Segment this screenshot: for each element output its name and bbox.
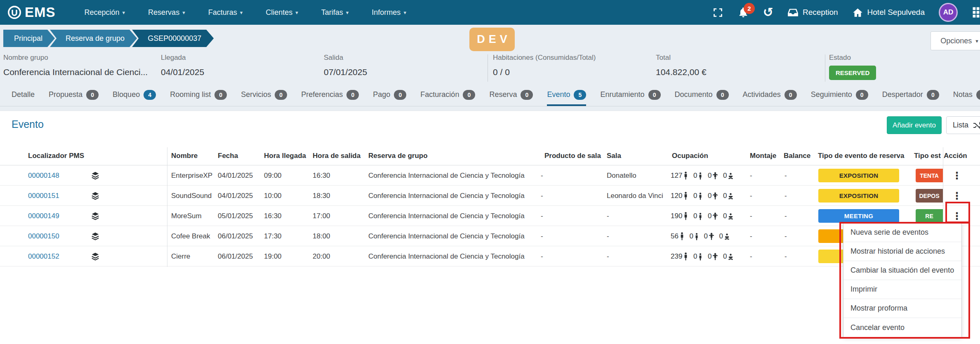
tab-detalle[interactable]: Detalle xyxy=(12,87,35,106)
breadcrumb-item-1[interactable]: Reserva de grupo xyxy=(50,30,137,47)
babies-icon xyxy=(728,252,734,261)
room-name: - xyxy=(607,206,669,226)
balance-value: - xyxy=(784,226,787,246)
tab-bloqueo[interactable]: Bloqueo4 xyxy=(113,87,156,106)
babies-icon xyxy=(724,232,730,240)
context-menu-item-4[interactable]: Imprimir xyxy=(843,280,961,299)
setup-value: - xyxy=(750,206,752,226)
options-button[interactable]: Opciones ▾ xyxy=(931,31,980,50)
tab-rooming-list[interactable]: Rooming list0 xyxy=(170,87,227,106)
history-icon[interactable]: ↺ xyxy=(763,6,773,19)
fullscreen-icon[interactable] xyxy=(712,7,723,18)
context-menu-item-2[interactable]: Mostrar historial de acciones xyxy=(843,242,961,261)
tab-facturación[interactable]: Facturación0 xyxy=(420,87,475,106)
info-label: Llegada xyxy=(161,54,204,62)
tab-documento[interactable]: Documento0 xyxy=(675,87,729,106)
tab-preferencias[interactable]: Preferencias0 xyxy=(301,87,359,106)
menu-recepción[interactable]: Recepción▾ xyxy=(85,8,125,17)
workstation-selector[interactable]: Reception xyxy=(787,7,838,18)
occupancy-cell: 120000 xyxy=(671,186,745,206)
info-value: 04/01/2025 xyxy=(161,67,204,77)
tab-count-badge: 0 xyxy=(275,90,287,100)
info-value: Conferencia Internacional de Cienci... xyxy=(3,67,148,77)
layers-icon xyxy=(91,232,100,241)
breadcrumb-item-2[interactable]: GSEP00000037 xyxy=(132,30,214,47)
tab-despertador[interactable]: Despertador0 xyxy=(882,87,939,106)
children-icon xyxy=(709,232,714,240)
tab-label: Propuesta xyxy=(49,90,82,99)
event-name: Cofee Break xyxy=(171,226,216,246)
menu-label: Facturas xyxy=(208,8,237,17)
tab-notas[interactable]: Notas0 xyxy=(953,87,980,106)
breadcrumb-item-0[interactable]: Principal xyxy=(3,30,55,47)
children-icon xyxy=(712,172,718,180)
babies-icon xyxy=(728,212,734,220)
context-menu-item-3[interactable]: Cambiar la situación del evento xyxy=(843,261,961,280)
column-header-7: Sala xyxy=(607,152,621,160)
app-logo[interactable]: EMS xyxy=(7,5,56,20)
event-date: 04/01/2025 xyxy=(218,186,253,206)
chevron-down-icon: ▾ xyxy=(122,9,125,16)
tab-propuesta[interactable]: Propuesta0 xyxy=(49,87,99,106)
menu-informes[interactable]: Informes▾ xyxy=(372,8,406,17)
tab-pago[interactable]: Pago0 xyxy=(373,87,406,106)
tab-reserva[interactable]: Reserva0 xyxy=(489,87,533,106)
kebab-menu-icon[interactable]: ⋮ xyxy=(952,211,962,221)
juniors-icon xyxy=(694,232,699,240)
evento-card: Evento Añadir evento Lista Localizador P… xyxy=(0,111,980,344)
setup-value: - xyxy=(750,186,752,206)
layers-icon xyxy=(91,191,100,200)
occupancy-count: 127 xyxy=(671,172,682,180)
menu-reservas[interactable]: Reservas▾ xyxy=(148,8,185,17)
pms-locator-link[interactable]: 00000152 xyxy=(28,252,59,261)
tab-label: Pago xyxy=(373,90,390,99)
table-row: 00000152Cierre06/01/202519:0020:00Confer… xyxy=(0,246,980,266)
occupancy-adults: 239 xyxy=(671,252,688,261)
column-header-5: Reserva de grupo xyxy=(368,152,428,160)
menu-facturas[interactable]: Facturas▾ xyxy=(208,8,243,17)
list-view-toggle[interactable]: Lista xyxy=(946,116,980,134)
tab-seguimiento[interactable]: Seguimiento0 xyxy=(811,87,868,106)
add-event-button[interactable]: Añadir evento xyxy=(887,116,942,134)
context-menu-item-5[interactable]: Mostrar proforma xyxy=(843,299,961,318)
apps-grid-icon[interactable] xyxy=(972,6,980,19)
menu-label: Informes xyxy=(372,8,400,17)
tab-actividades[interactable]: Actividades0 xyxy=(743,87,797,106)
event-date: 05/01/2025 xyxy=(218,206,253,226)
column-header-1: Nombre xyxy=(171,152,198,160)
tab-servicios[interactable]: Servicios0 xyxy=(241,87,287,106)
menu-clientes[interactable]: Clientes▾ xyxy=(266,8,298,17)
arrival-time: 16:30 xyxy=(264,206,282,226)
context-menu-item-6[interactable]: Cancelar evento xyxy=(843,318,961,337)
pms-locator-link[interactable]: 00000150 xyxy=(28,232,59,240)
pms-locator-link[interactable]: 00000149 xyxy=(28,212,59,220)
occupancy-children: 0 xyxy=(703,232,714,240)
menu-tarifas[interactable]: Tarifas▾ xyxy=(321,8,349,17)
pms-locator-link[interactable]: 00000148 xyxy=(28,172,59,180)
notification-count-badge: 2 xyxy=(744,3,755,14)
tab-count-badge: 0 xyxy=(521,90,533,100)
kebab-menu-icon[interactable]: ⋮ xyxy=(952,191,962,201)
chevron-down-icon: ▾ xyxy=(295,9,298,16)
info-label: Habitaciones (Consumidas/Total) xyxy=(493,54,596,62)
chevron-down-icon: ▾ xyxy=(975,38,978,44)
occupancy-juniors: 0 xyxy=(692,172,703,180)
tab-label: Detalle xyxy=(12,90,35,99)
hotel-selector[interactable]: Hotel Sepulveda xyxy=(852,7,925,18)
user-avatar[interactable]: AD xyxy=(939,3,958,22)
occupancy-count: 0 xyxy=(692,172,697,180)
occupancy-juniors: 0 xyxy=(692,252,703,261)
room-product: - xyxy=(541,226,543,246)
tab-evento[interactable]: Evento5 xyxy=(547,87,586,106)
kebab-menu-icon[interactable]: ⋮ xyxy=(952,171,962,181)
occupancy-babies: 0 xyxy=(722,172,734,180)
notifications-bell-icon[interactable]: 2 xyxy=(737,7,749,18)
pms-locator-link[interactable]: 00000151 xyxy=(28,192,59,200)
babies-icon xyxy=(728,192,734,200)
context-menu-item-1[interactable]: Nueva serie de eventos xyxy=(843,223,961,242)
occupancy-count: 0 xyxy=(722,192,727,200)
tab-enrutamiento[interactable]: Enrutamiento0 xyxy=(600,87,660,106)
event-name: MoreSum xyxy=(171,206,216,226)
status-type-badge: RE xyxy=(916,209,943,223)
tab-label: Bloqueo xyxy=(113,90,140,99)
